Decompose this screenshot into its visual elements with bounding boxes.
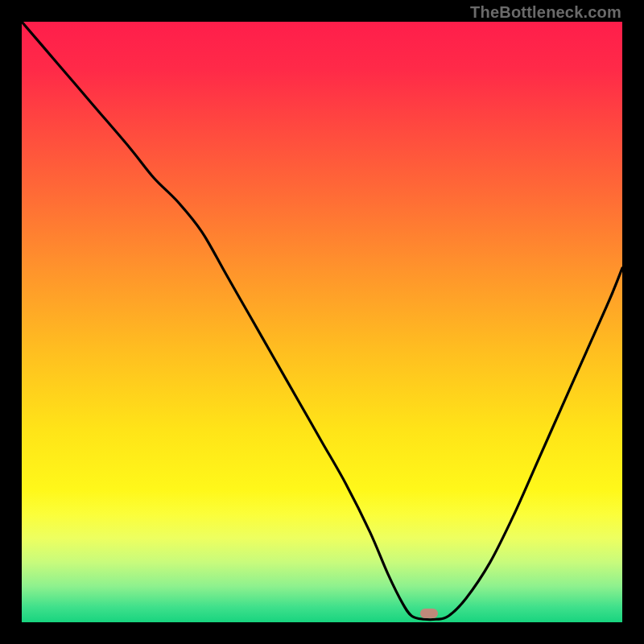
bottleneck-curve — [22, 22, 622, 622]
optimal-point-marker — [420, 609, 438, 618]
plot-area — [22, 22, 622, 622]
watermark-text: TheBottleneck.com — [470, 3, 621, 22]
chart-frame: TheBottleneck.com — [0, 0, 644, 644]
